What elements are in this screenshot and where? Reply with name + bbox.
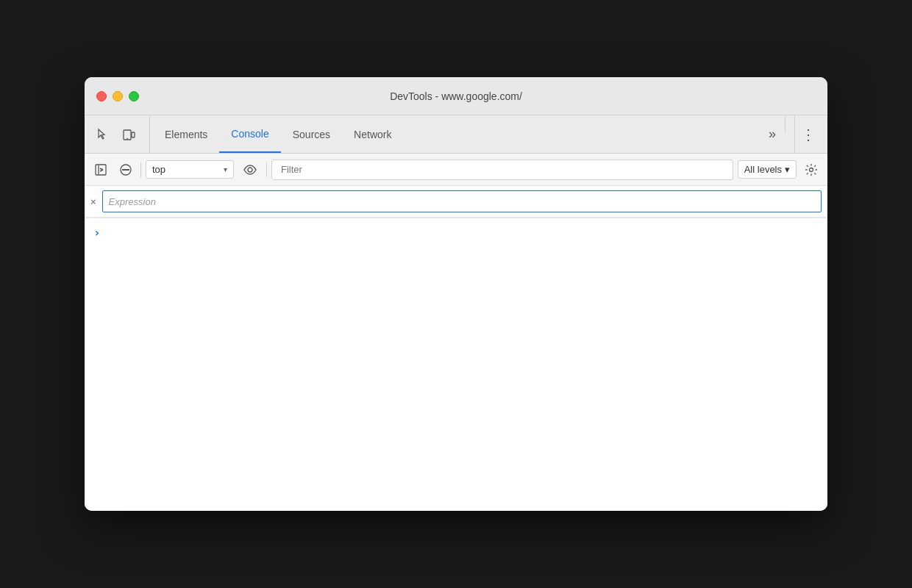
console-area: › bbox=[85, 218, 827, 511]
more-tabs-button[interactable]: » bbox=[763, 115, 782, 153]
inspect-element-button[interactable] bbox=[90, 123, 114, 146]
minimize-button[interactable] bbox=[113, 91, 123, 101]
context-dropdown-arrow: ▾ bbox=[224, 165, 227, 173]
device-icon bbox=[122, 128, 135, 141]
tab-console[interactable]: Console bbox=[219, 115, 280, 153]
window-title: DevTools - www.google.com/ bbox=[390, 90, 522, 102]
filter-section bbox=[271, 159, 733, 180]
close-button[interactable] bbox=[96, 91, 107, 101]
context-selector[interactable]: top ▾ bbox=[146, 160, 234, 179]
show-sidebar-button[interactable] bbox=[90, 159, 111, 180]
console-settings-button[interactable] bbox=[801, 159, 822, 180]
console-prompt-row[interactable]: › bbox=[85, 218, 827, 247]
svg-rect-1 bbox=[132, 132, 135, 137]
tab-sources[interactable]: Sources bbox=[281, 115, 342, 153]
levels-dropdown-arrow: ▾ bbox=[785, 164, 790, 175]
svg-point-9 bbox=[248, 168, 252, 172]
no-entry-icon bbox=[119, 163, 132, 176]
toolbar-divider-1 bbox=[140, 162, 141, 177]
tabbar-icons bbox=[90, 115, 150, 153]
svg-point-2 bbox=[127, 137, 128, 139]
tab-elements[interactable]: Elements bbox=[153, 115, 219, 153]
tab-network[interactable]: Network bbox=[342, 115, 403, 153]
console-toolbar: top ▾ All levels ▾ bbox=[85, 154, 827, 186]
maximize-button[interactable] bbox=[129, 91, 139, 101]
sidebar-icon bbox=[94, 163, 107, 176]
tabbar-separator bbox=[785, 115, 785, 133]
clear-console-button[interactable] bbox=[115, 159, 136, 180]
toolbar-divider-2 bbox=[266, 162, 267, 177]
watch-expression-row: × bbox=[85, 186, 827, 218]
svg-line-6 bbox=[100, 170, 103, 171]
devtools-menu-button[interactable]: ⋮ bbox=[794, 115, 822, 153]
svg-point-10 bbox=[810, 168, 813, 171]
titlebar: DevTools - www.google.com/ bbox=[85, 77, 827, 115]
device-toggle-button[interactable] bbox=[117, 123, 140, 146]
tab-spacer bbox=[403, 115, 763, 153]
gear-icon bbox=[805, 163, 818, 176]
prompt-chevron: › bbox=[93, 226, 101, 240]
create-live-expression-button[interactable] bbox=[238, 158, 262, 182]
filter-input[interactable] bbox=[275, 159, 730, 180]
svg-rect-3 bbox=[96, 165, 106, 175]
devtools-window: DevTools - www.google.com/ Elements Cons… bbox=[85, 77, 827, 511]
watch-expression-input[interactable] bbox=[102, 190, 822, 212]
tabbar: Elements Console Sources Network » ⋮ bbox=[85, 115, 827, 154]
watch-close-button[interactable]: × bbox=[90, 196, 96, 207]
eye-icon bbox=[243, 162, 257, 177]
cursor-icon bbox=[96, 128, 109, 141]
traffic-lights bbox=[96, 91, 139, 101]
log-levels-selector[interactable]: All levels ▾ bbox=[738, 160, 797, 179]
